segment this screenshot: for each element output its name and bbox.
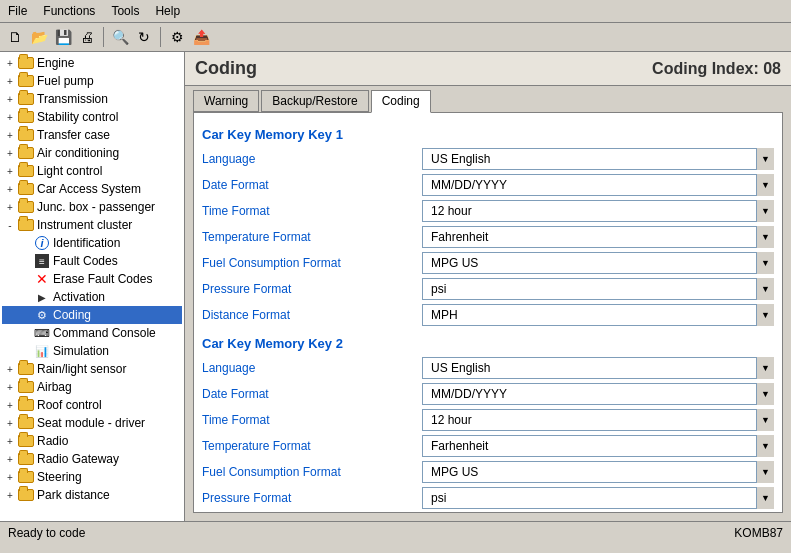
select-key1-temp[interactable]: Fahrenheit Celsius: [422, 226, 774, 248]
select-wrapper-key2-pressure: psi bar kPa ▼: [422, 487, 774, 509]
toolbar-new[interactable]: 🗋: [4, 26, 26, 48]
toolbar-search[interactable]: 🔍: [109, 26, 131, 48]
select-key1-distance[interactable]: MPH km/h: [422, 304, 774, 326]
expand-light-ctrl[interactable]: +: [2, 163, 18, 179]
tree-item-park-distance[interactable]: + Park distance: [2, 486, 182, 504]
expand-stability[interactable]: +: [2, 109, 18, 125]
tree-item-fuel-pump[interactable]: + Fuel pump: [2, 72, 182, 90]
folder-icon-light-ctrl: [18, 164, 34, 178]
content-area[interactable]: Car Key Memory Key 1 Language US English…: [193, 112, 783, 513]
tree-label-activation: Activation: [53, 290, 105, 304]
expand-radio-gateway[interactable]: +: [2, 451, 18, 467]
expand-roof-ctrl[interactable]: +: [2, 397, 18, 413]
expand-junc-box[interactable]: +: [2, 199, 18, 215]
tree-item-transmission[interactable]: + Transmission: [2, 90, 182, 108]
menu-functions[interactable]: Functions: [35, 2, 103, 20]
expand-car-access[interactable]: +: [2, 181, 18, 197]
expand-steering[interactable]: +: [2, 469, 18, 485]
tree-item-radio[interactable]: + Radio: [2, 432, 182, 450]
select-key2-fuel[interactable]: MPG US MPG UK L/100km: [422, 461, 774, 483]
folder-icon-transmission: [18, 92, 34, 106]
tree-item-airbag[interactable]: + Airbag: [2, 378, 182, 396]
toolbar-export[interactable]: 📤: [190, 26, 212, 48]
content-title: Coding: [195, 58, 257, 79]
menubar: File Functions Tools Help: [0, 0, 791, 23]
tree-item-simulation[interactable]: 📊 Simulation: [2, 342, 182, 360]
toolbar-open[interactable]: 📂: [28, 26, 50, 48]
select-key1-time[interactable]: 12 hour 24 hour: [422, 200, 774, 222]
tree-item-stability[interactable]: + Stability control: [2, 108, 182, 126]
sim-icon: 📊: [34, 344, 50, 358]
tree-item-identification[interactable]: i Identification: [2, 234, 182, 252]
tree-label-transfer: Transfer case: [37, 128, 110, 142]
tree-item-seat-module[interactable]: + Seat module - driver: [2, 414, 182, 432]
tree-label-coding: Coding: [53, 308, 91, 322]
tree-item-light-ctrl[interactable]: + Light control: [2, 162, 182, 180]
tree-item-transfer[interactable]: + Transfer case: [2, 126, 182, 144]
expand-airbag[interactable]: +: [2, 379, 18, 395]
label-key2-time-format: Time Format: [202, 413, 422, 427]
select-wrapper-key1-temp: Fahrenheit Celsius ▼: [422, 226, 774, 248]
expand-engine[interactable]: +: [2, 55, 18, 71]
select-key1-date[interactable]: MM/DD/YYYY DD/MM/YYYY: [422, 174, 774, 196]
console-icon: ⌨: [34, 326, 50, 340]
expand-rain-light[interactable]: +: [2, 361, 18, 377]
select-wrapper-key1-date: MM/DD/YYYY DD/MM/YYYY ▼: [422, 174, 774, 196]
field-key1-language: Language US English UK English German ▼: [202, 148, 774, 170]
tree-item-erase-fault[interactable]: ✕ Erase Fault Codes: [2, 270, 182, 288]
tree-item-coding[interactable]: ⚙ Coding: [2, 306, 182, 324]
tree-item-air-cond[interactable]: + Air conditioning: [2, 144, 182, 162]
toolbar-sep1: [103, 27, 104, 47]
label-key1-date-format: Date Format: [202, 178, 422, 192]
select-key1-language[interactable]: US English UK English German: [422, 148, 774, 170]
expand-transmission[interactable]: +: [2, 91, 18, 107]
field-key2-time-format: Time Format 12 hour 24 hour ▼: [202, 409, 774, 431]
tree-item-radio-gateway[interactable]: + Radio Gateway: [2, 450, 182, 468]
menu-file[interactable]: File: [0, 2, 35, 20]
tab-warning[interactable]: Warning: [193, 90, 259, 112]
select-key2-temp[interactable]: Farhenheit Fahrenheit Celsius: [422, 435, 774, 457]
field-key1-date-format: Date Format MM/DD/YYYY DD/MM/YYYY ▼: [202, 174, 774, 196]
tree-item-engine[interactable]: + Engine: [2, 54, 182, 72]
tree-panel[interactable]: + Engine + Fuel pump + Transmission + St…: [0, 52, 185, 521]
tree-item-junc-box[interactable]: + Junc. box - passenger: [2, 198, 182, 216]
select-key2-pressure[interactable]: psi bar kPa: [422, 487, 774, 509]
select-key2-time[interactable]: 12 hour 24 hour: [422, 409, 774, 431]
select-key2-language[interactable]: US English UK English: [422, 357, 774, 379]
tab-coding[interactable]: Coding: [371, 90, 431, 113]
expand-air-cond[interactable]: +: [2, 145, 18, 161]
menu-help[interactable]: Help: [147, 2, 188, 20]
expand-fuel-pump[interactable]: +: [2, 73, 18, 89]
tree-label-stability: Stability control: [37, 110, 118, 124]
toolbar-refresh[interactable]: ↻: [133, 26, 155, 48]
tree-label-airbag: Airbag: [37, 380, 72, 394]
label-key1-pressure-format: Pressure Format: [202, 282, 422, 296]
toolbar-print[interactable]: 🖨: [76, 26, 98, 48]
tree-item-command-console[interactable]: ⌨ Command Console: [2, 324, 182, 342]
tree-item-steering[interactable]: + Steering: [2, 468, 182, 486]
tree-item-car-access[interactable]: + Car Access System: [2, 180, 182, 198]
tree-label-fault-codes: Fault Codes: [53, 254, 118, 268]
select-wrapper-key2-time: 12 hour 24 hour ▼: [422, 409, 774, 431]
expand-transfer[interactable]: +: [2, 127, 18, 143]
toolbar-settings[interactable]: ⚙: [166, 26, 188, 48]
expand-park-distance[interactable]: +: [2, 487, 18, 503]
tree-item-fault-codes[interactable]: ≡ Fault Codes: [2, 252, 182, 270]
expand-instrument[interactable]: -: [2, 217, 18, 233]
folder-icon-air-cond: [18, 146, 34, 160]
label-key2-date-format: Date Format: [202, 387, 422, 401]
expand-seat-module[interactable]: +: [2, 415, 18, 431]
menu-tools[interactable]: Tools: [103, 2, 147, 20]
expand-simulation: [18, 343, 34, 359]
select-key2-date[interactable]: MM/DD/YYYY DD/MM/YYYY: [422, 383, 774, 405]
expand-radio[interactable]: +: [2, 433, 18, 449]
tree-item-activation[interactable]: ▶ Activation: [2, 288, 182, 306]
tree-item-instrument[interactable]: - Instrument cluster: [2, 216, 182, 234]
select-key1-pressure[interactable]: psi bar kPa: [422, 278, 774, 300]
select-key1-fuel[interactable]: MPG US MPG UK L/100km: [422, 252, 774, 274]
folder-icon-rain-light: [18, 362, 34, 376]
tree-item-roof-ctrl[interactable]: + Roof control: [2, 396, 182, 414]
tree-item-rain-light[interactable]: + Rain/light sensor: [2, 360, 182, 378]
toolbar-save[interactable]: 💾: [52, 26, 74, 48]
tab-backup[interactable]: Backup/Restore: [261, 90, 368, 112]
